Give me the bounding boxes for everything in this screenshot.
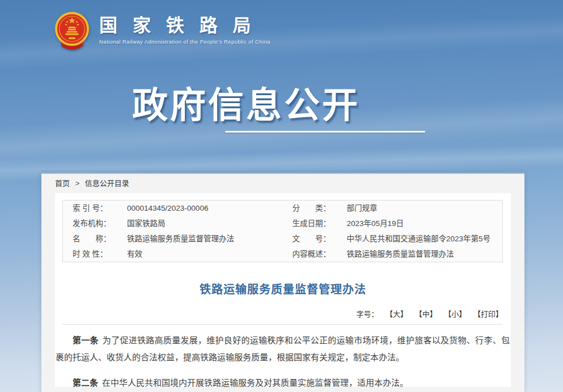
meta-value: 有效: [127, 249, 142, 259]
document-container: 索 引 号： 000014345/2023-00006 分 类： 部门规章 发布…: [55, 193, 511, 387]
meta-row-title: 名 称： 铁路运输服务质量监督管理办法: [63, 231, 283, 246]
meta-label: 文 号：: [293, 233, 347, 244]
page: 国 家 铁 路 局 National Railway Administratio…: [0, 0, 563, 392]
content-panel: 首页 > 信息公开目录 索 引 号： 000014345/2023-00006 …: [41, 173, 524, 392]
agency-title-block: 国 家 铁 路 局 National Railway Administratio…: [99, 11, 270, 45]
breadcrumb-current-link[interactable]: 信息公开目录: [85, 179, 129, 188]
national-emblem-icon: [54, 11, 90, 54]
meta-label: 内容概述：: [293, 249, 347, 259]
agency-name-cn: 国 家 铁 路 局: [99, 16, 270, 36]
meta-label: 分 类：: [293, 203, 347, 214]
site-logo[interactable]: 国 家 铁 路 局 National Railway Administratio…: [54, 11, 270, 54]
article-clause-text: 为了促进铁路高质量发展，维护良好的运输秩序和公平公正的运输市场环境，维护旅客以及…: [56, 335, 510, 362]
font-size-small-button[interactable]: 【小】: [444, 310, 466, 318]
meta-row-issue-date: 生成日期： 2023年05月19日: [283, 216, 503, 231]
meta-label: 索 引 号：: [73, 203, 127, 214]
meta-row-document-number: 文 号： 中华人民共和国交通运输部令2023年第5号: [283, 231, 503, 246]
breadcrumb-home-link[interactable]: 首页: [55, 179, 70, 188]
breadcrumb-separator: >: [75, 179, 80, 188]
banner-title: 政府信息公开: [132, 76, 360, 127]
font-size-toolbar: 字号： 【大】 【中】 【小】 【打印】: [62, 308, 503, 325]
meta-value: 中华人民共和国交通运输部令2023年第5号: [347, 233, 491, 244]
meta-value: 铁路运输服务质量监督管理办法: [347, 249, 454, 259]
banner-underline: [225, 131, 425, 133]
meta-value: 部门规章: [347, 203, 378, 214]
meta-value: 铁路运输服务质量监督管理办法: [127, 233, 234, 244]
document-meta-table: 索 引 号： 000014345/2023-00006 分 类： 部门规章 发布…: [62, 200, 503, 262]
meta-label: 生成日期：: [293, 218, 347, 229]
meta-row-category: 分 类： 部门规章: [283, 201, 503, 216]
agency-name-en: National Railway Administration of the P…: [99, 39, 270, 45]
article-clause-number: 第二条: [73, 378, 98, 387]
meta-value: 000014345/2023-00006: [127, 203, 208, 214]
meta-row-index-number: 索 引 号： 000014345/2023-00006: [63, 201, 283, 216]
meta-row-validity: 时 效 性： 有效: [63, 246, 283, 262]
meta-label: 名 称：: [73, 233, 127, 244]
article-clause-text: 在中华人民共和国境内开展铁路运输服务及对其质量实施监督管理，适用本办法。: [102, 378, 408, 387]
font-size-medium-button[interactable]: 【中】: [415, 310, 437, 318]
print-button[interactable]: 【打印】: [473, 310, 503, 318]
meta-label: 发布机构：: [73, 218, 127, 229]
meta-row-summary: 内容概述： 铁路运输服务质量监督管理办法: [283, 246, 503, 262]
font-size-label: 字号：: [356, 310, 378, 318]
article-clause-number: 第一条: [73, 335, 99, 345]
meta-row-issuing-agency: 发布机构： 国家铁路局: [63, 216, 283, 231]
document-title: 铁路运输服务质量监督管理办法: [55, 280, 511, 297]
meta-value: 2023年05月19日: [347, 218, 404, 229]
font-size-large-button[interactable]: 【大】: [386, 310, 408, 318]
article-body: 第一条为了促进铁路高质量发展，维护良好的运输秩序和公平公正的运输市场环境，维护旅…: [56, 332, 510, 387]
meta-label: 时 效 性：: [73, 249, 127, 259]
article-paragraph: 第二条在中华人民共和国境内开展铁路运输服务及对其质量实施监督管理，适用本办法。: [56, 374, 510, 387]
article-paragraph: 第一条为了促进铁路高质量发展，维护良好的运输秩序和公平公正的运输市场环境，维护旅…: [56, 332, 510, 366]
meta-value: 国家铁路局: [127, 218, 166, 229]
breadcrumb: 首页 > 信息公开目录: [41, 174, 524, 193]
